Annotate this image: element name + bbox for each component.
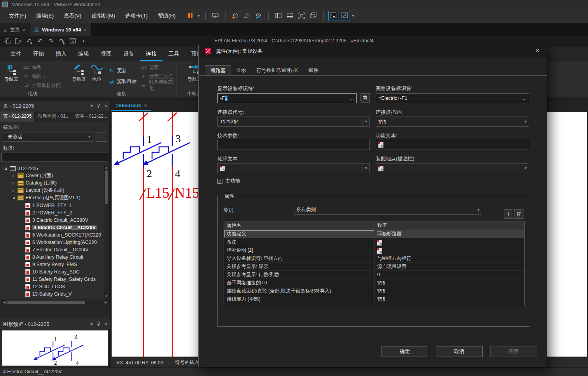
tree-item[interactable]: 3 Electric Circuit_AC380V (1, 216, 109, 224)
align-format-button[interactable]: ⊞ 对齐与格式化 (140, 82, 177, 89)
ribbon-tab-5[interactable]: 视图 (95, 47, 117, 61)
full-dt-input[interactable]: =Electric+-F1 ... (376, 93, 529, 103)
cancel-button[interactable]: 取消 (436, 346, 483, 357)
chevron-down-icon[interactable]: ▼ (522, 164, 529, 173)
table-row[interactable]: 功能定义两极断路器 (224, 230, 524, 238)
ribbon-tab-7[interactable]: 连接 (140, 47, 163, 61)
apply-button[interactable]: 应用 (490, 346, 537, 357)
ribbon-tab-6[interactable]: 设备 (117, 47, 140, 61)
panel-close-icon[interactable]: × (105, 101, 108, 111)
connection-navigator-button[interactable]: 导航器 (70, 64, 88, 83)
vm-menu-item[interactable]: 编辑(E) (31, 9, 59, 23)
chevron-down-icon[interactable]: ▼ (86, 132, 93, 141)
table-row[interactable]: 连接点截面积/直径 (全部,取决于设备标识符导入)¶¶¶ (224, 287, 524, 295)
mounting-site-combo[interactable]: ▼ (376, 163, 529, 173)
tree-item[interactable]: 10 Safety Relay_SDC (1, 268, 109, 275)
tree-item[interactable]: 12 SDC_LOOK (1, 283, 109, 290)
tree-item[interactable]: 1 POWER_FTY_1 (1, 202, 109, 209)
dt-browse-button[interactable]: ... (350, 94, 354, 103)
displayed-dt-input[interactable]: -F1 ... (217, 93, 357, 103)
table-row[interactable]: 关联参考显示: 显示源自项目设置 (224, 263, 524, 271)
full-dt-browse-button[interactable]: ... (523, 94, 527, 103)
page-back-icon[interactable] (3, 37, 12, 45)
tree-item[interactable]: 5 Workstation_SOCKET(AC220 (1, 231, 109, 238)
dialog-titlebar[interactable]: 属性(元件): 常规设备 × (199, 45, 547, 57)
table-row[interactable]: 增补说明 [1] (224, 246, 524, 254)
tree-collapsed-icon[interactable]: ▷ (11, 174, 16, 178)
tree-item[interactable]: 6 Workstation Lighting(AC220 (1, 238, 109, 246)
tree-collapsed-icon[interactable]: ▷ (11, 189, 16, 192)
qat-menu-icon[interactable]: ▾ (79, 37, 88, 45)
graphical-preview-canvas[interactable]: 1 3 2 4 (2, 330, 108, 366)
dt-delete-button[interactable] (360, 93, 370, 103)
show-thumbnail-bar-icon[interactable] (285, 11, 295, 21)
tree-item[interactable]: 11 Safety Relay_Safety Grids (1, 275, 109, 283)
tree-item[interactable]: ▷Catalog (目录) (1, 179, 109, 187)
editor-tab-close-icon[interactable]: × (144, 103, 147, 108)
ribbon-tab-4[interactable]: 编辑 (72, 47, 95, 61)
dialog-close-icon[interactable]: × (533, 47, 542, 54)
page-forward-icon[interactable] (14, 37, 23, 45)
tree-item[interactable]: 4 Electric Circuit__AC220V (1, 224, 109, 231)
show-library-icon[interactable] (273, 11, 284, 21)
tree-item[interactable]: ◢Electric (电气原理图V1.1) (1, 194, 109, 202)
source-target-button[interactable]: ⇄ 源和目标 (108, 78, 136, 85)
free-stretch-icon[interactable] (308, 11, 318, 21)
undo-list-icon[interactable]: ↶ (25, 37, 33, 45)
dialog-tab-3[interactable]: 符号数据/功能数据 (251, 65, 303, 75)
tab-home-close-icon[interactable]: × (23, 27, 26, 33)
table-row[interactable]: 基于网络连接的 ID¶¶¶ (224, 279, 524, 287)
description-button[interactable]: 123 说明⌄ (140, 64, 164, 71)
panel-dropdown-icon[interactable]: ▾ (91, 101, 93, 111)
tab-vm-windows10[interactable]: Windows 10 x64 × (30, 23, 91, 36)
chevron-down-icon[interactable]: ▼ (362, 117, 369, 126)
editor-tab-electric4[interactable]: =Electric/4 × (111, 101, 151, 111)
send-ctrl-alt-del-icon[interactable] (210, 11, 220, 21)
vm-menu-item[interactable]: 帮助(H) (153, 9, 181, 23)
redo-icon[interactable]: ↷ (47, 37, 55, 45)
cable-numbering-button[interactable]: 123 编号 (23, 64, 41, 71)
undo-icon[interactable]: ↶ (36, 37, 44, 45)
dialog-tab-1[interactable]: 断路器 (205, 65, 231, 75)
ribbon-tab-1[interactable]: 文件 (5, 47, 27, 61)
scrollbar-thumb[interactable] (7, 301, 85, 304)
chevron-down-icon[interactable]: ▼ (362, 164, 369, 173)
redo-list-icon[interactable]: ↷ (58, 37, 66, 45)
tab-home[interactable]: ⌂ 主页 × (0, 23, 30, 36)
dock-tab-2[interactable]: 布局空间 - 01... (35, 111, 72, 122)
dialog-tab-4[interactable]: 部件 (303, 65, 324, 75)
dialog-tab-2[interactable]: 显示 (231, 65, 251, 75)
panel-pin-icon[interactable] (96, 104, 101, 108)
tree-collapsed-icon[interactable]: ▷ (11, 181, 16, 185)
vm-menu-item[interactable]: 虚拟机(M) (86, 9, 120, 23)
table-row[interactable]: 导入设备标识符: 查找方向与图框方向相符 (224, 254, 524, 263)
tree-item[interactable]: 2 POWER_FTY_2 (1, 209, 109, 216)
tree-item[interactable]: ▷Cover (封面) (1, 172, 109, 179)
nameplate-combo[interactable]: ▼ (217, 163, 370, 173)
panel-dropdown-icon[interactable]: ▾ (91, 319, 93, 329)
panel-pin-icon[interactable] (96, 322, 101, 326)
property-value-cell[interactable]: 源自项目设置 (374, 263, 524, 270)
ok-button[interactable]: 确定 (382, 346, 428, 357)
vm-menu-item[interactable]: 查看(V) (59, 9, 86, 23)
ribbon-tab-3[interactable]: 插入 (50, 47, 72, 61)
vm-menu-item[interactable]: 文件(F) (4, 9, 31, 23)
main-function-checkbox[interactable]: ✓ (217, 179, 222, 184)
pause-icon[interactable] (186, 11, 196, 21)
dropdown-caret-icon[interactable]: ▾ (197, 14, 201, 18)
add-property-button[interactable]: + (504, 209, 513, 219)
console-view-icon[interactable] (328, 11, 338, 21)
fit-guest-icon[interactable] (297, 11, 307, 21)
connection-desc-combo[interactable]: ¶¶¶ ▼ (376, 117, 529, 127)
tree-vertical-scrollbar[interactable]: ▲ ▼ (104, 165, 109, 299)
snapshot-manager-icon[interactable] (254, 11, 264, 21)
property-value-cell[interactable] (374, 238, 524, 246)
cable-edit-button[interactable]: ✎ 编辑⌄ (23, 73, 46, 80)
cable-reassign-button[interactable]: ⇉ 全部重新分配⌄ (23, 82, 66, 89)
chevron-down-icon[interactable]: ▼ (475, 205, 482, 214)
tree-item[interactable]: 9 Safety Relay_EMS (1, 261, 109, 268)
tree-expanded-icon[interactable]: ◢ (4, 167, 8, 170)
tree-item[interactable]: ◢012-2205 (1, 165, 109, 172)
update-button[interactable]: ↻ 更新 (108, 67, 127, 75)
tab-vm-close-icon[interactable]: × (84, 27, 87, 33)
